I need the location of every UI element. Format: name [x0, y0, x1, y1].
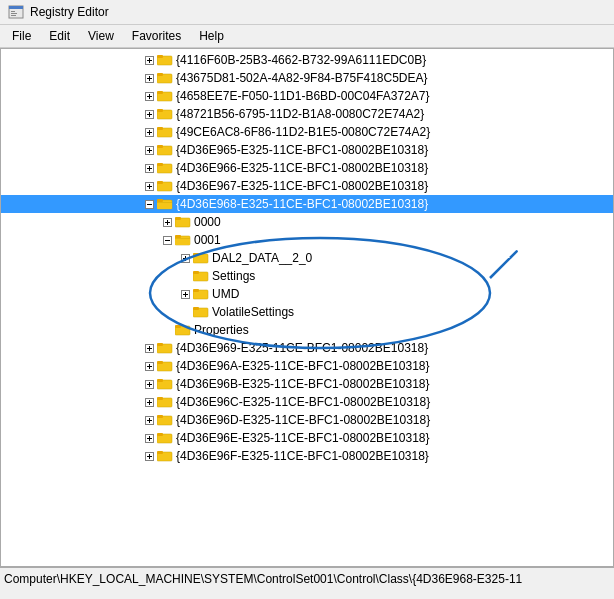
- expand-icon[interactable]: [141, 448, 157, 464]
- app-icon: [8, 4, 24, 20]
- tree-item-label: {4D36E96F-E325-11CE-BFC1-08002BE10318}: [176, 449, 429, 463]
- tree-item-label: 0000: [194, 215, 221, 229]
- tree-item-label: {4658EE7E-F050-11D1-B6BD-00C04FA372A7}: [176, 89, 430, 103]
- tree-item[interactable]: {4D36E96B-E325-11CE-BFC1-08002BE10318}: [1, 375, 613, 393]
- tree-item-label: Settings: [212, 269, 255, 283]
- svg-rect-34: [157, 145, 163, 148]
- menu-help[interactable]: Help: [191, 27, 232, 45]
- tree-item[interactable]: UMD: [1, 285, 613, 303]
- tree-item[interactable]: {4D36E968-E325-11CE-BFC1-08002BE10318}: [1, 195, 613, 213]
- folder-icon: [157, 341, 173, 355]
- expand-icon[interactable]: [141, 178, 157, 194]
- expand-icon[interactable]: [141, 88, 157, 104]
- expand-icon[interactable]: [141, 52, 157, 68]
- menu-file[interactable]: File: [4, 27, 39, 45]
- folder-icon: [175, 215, 191, 229]
- expand-icon[interactable]: [141, 412, 157, 428]
- tree-item[interactable]: 0000: [1, 213, 613, 231]
- folder-icon: [157, 359, 173, 373]
- tree-item-label: {4D36E966-E325-11CE-BFC1-08002BE10318}: [176, 161, 428, 175]
- folder-icon: [157, 107, 173, 121]
- svg-rect-112: [157, 451, 163, 454]
- folder-icon: [193, 269, 209, 283]
- tree-item[interactable]: {4D36E96D-E325-11CE-BFC1-08002BE10318}: [1, 411, 613, 429]
- expand-icon[interactable]: [141, 70, 157, 86]
- folder-icon: [157, 71, 173, 85]
- tree-item[interactable]: {4116F60B-25B3-4662-B732-99A6111EDC0B}: [1, 51, 613, 69]
- folder-icon: [157, 179, 173, 193]
- tree-item[interactable]: {4D36E96F-E325-11CE-BFC1-08002BE10318}: [1, 447, 613, 465]
- menu-bar: File Edit View Favorites Help: [0, 25, 614, 48]
- expand-icon[interactable]: [177, 250, 193, 266]
- folder-icon: [193, 305, 209, 319]
- folder-icon: [157, 161, 173, 175]
- svg-rect-50: [157, 202, 172, 203]
- tree-item[interactable]: {48721B56-6795-11D2-B1A8-0080C72E74A2}: [1, 105, 613, 123]
- tree-item[interactable]: {4D36E96C-E325-11CE-BFC1-08002BE10318}: [1, 393, 613, 411]
- tree-item-label: Properties: [194, 323, 249, 337]
- svg-rect-77: [175, 325, 181, 328]
- tree-item[interactable]: Settings: [1, 267, 613, 285]
- status-bar: Computer\HKEY_LOCAL_MACHINE\SYSTEM\Contr…: [0, 567, 614, 589]
- svg-rect-49: [157, 199, 163, 202]
- tree-item[interactable]: Properties: [1, 321, 613, 339]
- expand-icon[interactable]: [177, 286, 193, 302]
- tree-item[interactable]: {43675D81-502A-4A82-9F84-B75F418C5DEA}: [1, 69, 613, 87]
- folder-icon: [157, 431, 173, 445]
- expand-icon[interactable]: [141, 160, 157, 176]
- menu-view[interactable]: View: [80, 27, 122, 45]
- expand-icon[interactable]: [141, 376, 157, 392]
- app-title: Registry Editor: [30, 5, 109, 19]
- tree-item[interactable]: {4D36E967-E325-11CE-BFC1-08002BE10318}: [1, 177, 613, 195]
- tree-item[interactable]: {49CE6AC8-6F86-11D2-B1E5-0080C72E74A2}: [1, 123, 613, 141]
- menu-edit[interactable]: Edit: [41, 27, 78, 45]
- svg-rect-29: [157, 127, 163, 130]
- tree-pane[interactable]: {4116F60B-25B3-4662-B732-99A6111EDC0B} {…: [1, 49, 613, 566]
- tree-item-label: {4D36E96E-E325-11CE-BFC1-08002BE10318}: [176, 431, 430, 445]
- svg-rect-24: [157, 109, 163, 112]
- expand-icon[interactable]: [159, 232, 175, 248]
- folder-icon: [157, 143, 173, 157]
- svg-rect-3: [11, 13, 17, 14]
- expand-icon[interactable]: [141, 340, 157, 356]
- tree-item-label: {43675D81-502A-4A82-9F84-B75F418C5DEA}: [176, 71, 428, 85]
- expand-icon[interactable]: [141, 394, 157, 410]
- expand-icon[interactable]: [141, 106, 157, 122]
- tree-item[interactable]: {4D36E969-E325-11CE-BFC1-08002BE10318}: [1, 339, 613, 357]
- folder-icon: [157, 197, 173, 211]
- tree-item-label: {4D36E96B-E325-11CE-BFC1-08002BE10318}: [176, 377, 430, 391]
- svg-rect-1: [9, 6, 23, 9]
- tree-item[interactable]: {4D36E96E-E325-11CE-BFC1-08002BE10318}: [1, 429, 613, 447]
- tree-item-label: {4D36E96D-E325-11CE-BFC1-08002BE10318}: [176, 413, 430, 427]
- svg-rect-75: [193, 307, 199, 310]
- tree-item-label: VolatileSettings: [212, 305, 294, 319]
- tree-item[interactable]: {4D36E966-E325-11CE-BFC1-08002BE10318}: [1, 159, 613, 177]
- folder-icon: [175, 323, 191, 337]
- tree-item[interactable]: {4658EE7E-F050-11D1-B6BD-00C04FA372A7}: [1, 87, 613, 105]
- svg-rect-68: [193, 271, 199, 274]
- expand-icon[interactable]: [141, 430, 157, 446]
- tree-item[interactable]: {4D36E96A-E325-11CE-BFC1-08002BE10318}: [1, 357, 613, 375]
- expand-icon[interactable]: [141, 142, 157, 158]
- title-bar: Registry Editor: [0, 0, 614, 25]
- svg-rect-2: [11, 11, 15, 12]
- svg-rect-73: [193, 289, 199, 292]
- svg-rect-55: [175, 217, 181, 220]
- svg-rect-9: [157, 55, 163, 58]
- tree-item[interactable]: VolatileSettings: [1, 303, 613, 321]
- svg-rect-107: [157, 433, 163, 436]
- expand-icon[interactable]: [141, 124, 157, 140]
- menu-favorites[interactable]: Favorites: [124, 27, 189, 45]
- expand-icon[interactable]: [141, 196, 157, 212]
- tree-item-label: {48721B56-6795-11D2-B1A8-0080C72E74A2}: [176, 107, 424, 121]
- svg-rect-60: [175, 235, 181, 238]
- tree-item[interactable]: {4D36E965-E325-11CE-BFC1-08002BE10318}: [1, 141, 613, 159]
- tree-item[interactable]: 0001: [1, 231, 613, 249]
- tree-item[interactable]: DAL2_DATA__2_0: [1, 249, 613, 267]
- tree-item-label: {4D36E96A-E325-11CE-BFC1-08002BE10318}: [176, 359, 430, 373]
- folder-icon: [157, 395, 173, 409]
- tree-item-label: {4D36E965-E325-11CE-BFC1-08002BE10318}: [176, 143, 428, 157]
- folder-icon: [175, 233, 191, 247]
- expand-icon[interactable]: [159, 214, 175, 230]
- expand-icon[interactable]: [141, 358, 157, 374]
